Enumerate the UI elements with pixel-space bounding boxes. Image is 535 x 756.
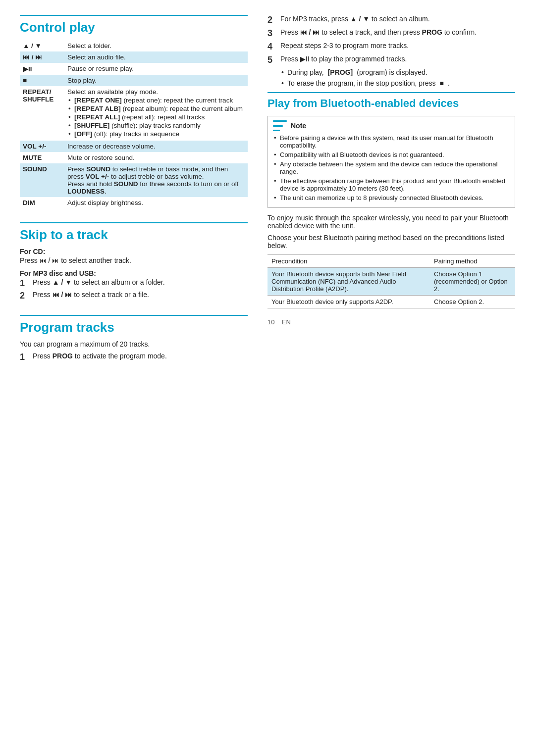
bt-col-precondition: Precondition xyxy=(268,255,430,268)
program-right-step: 5Press ▶II to play the programmed tracks… xyxy=(268,55,515,65)
control-key: SOUND xyxy=(20,163,64,197)
note-box: Note Before pairing a device with this s… xyxy=(268,116,515,208)
control-desc: Press SOUND to select treble or bass mod… xyxy=(64,163,248,197)
skip-step: 1Press ▲ / ▼ to select an album or a fol… xyxy=(20,278,248,289)
program-sub-notes: During play, [PROG] (program) is display… xyxy=(280,68,515,87)
program-right-step: 2For MP3 tracks, press ▲ / ▼ to select a… xyxy=(268,15,515,25)
control-key: MUTE xyxy=(20,152,64,163)
skip-mp3-steps: 1Press ▲ / ▼ to select an album or a fol… xyxy=(20,278,248,301)
bluetooth-table: Precondition Pairing method Your Bluetoo… xyxy=(268,254,515,308)
page-footer: 10 EN xyxy=(268,318,515,326)
note-bullet: The effective operation range between th… xyxy=(273,177,510,192)
control-desc: Pause or resume play. xyxy=(64,63,248,75)
control-desc: Select an available play mode.[REPEAT ON… xyxy=(64,86,248,141)
note-header: Note xyxy=(273,120,510,131)
bt-table-row: Your Bluetooth device supports both Near… xyxy=(268,268,515,296)
page-lang: EN xyxy=(282,318,291,326)
page-layout: Control play ▲ / ▼Select a folder.⏮ / ⏭S… xyxy=(20,15,515,364)
control-desc: Stop play. xyxy=(64,75,248,86)
for-cd-text: Press ⏮ / ⏭ to select another track. xyxy=(20,256,248,264)
control-key: REPEAT/ SHUFFLE xyxy=(20,86,64,141)
control-desc: Select an audio file. xyxy=(64,51,248,63)
control-key: DIM xyxy=(20,197,64,208)
program-sub-notes-wrapper: During play, [PROG] (program) is display… xyxy=(268,68,515,87)
bt-table-header-row: Precondition Pairing method xyxy=(268,255,515,268)
program-right-step: 4Repeat steps 2-3 to program more tracks… xyxy=(268,42,515,52)
bt-table-row: Your Bluetooth device only supports A2DP… xyxy=(268,296,515,308)
right-column: 2For MP3 tracks, press ▲ / ▼ to select a… xyxy=(268,15,515,364)
bt-method: Choose Option 1 (recommended) or Option … xyxy=(430,268,515,296)
control-key: ■ xyxy=(20,75,64,86)
program-step-text: Press PROG to activate the program mode. xyxy=(33,352,167,360)
bt-col-method: Pairing method xyxy=(430,255,515,268)
bt-precondition: Your Bluetooth device supports both Near… xyxy=(268,268,430,296)
skip-step-text: Press ⏮ / ⏭ to select a track or a file. xyxy=(33,291,149,299)
skip-to-track-title: Skip to a track xyxy=(20,222,248,243)
bt-method: Choose Option 2. xyxy=(430,296,515,308)
skip-step-text: Press ▲ / ▼ to select an album or a fold… xyxy=(33,278,165,286)
note-icon-line3 xyxy=(273,130,280,131)
program-sub-note: To erase the program, in the stop positi… xyxy=(280,79,515,87)
note-icon-line1 xyxy=(273,120,287,122)
skip-to-track-section: Skip to a track For CD: Press ⏮ / ⏭ to s… xyxy=(20,222,248,301)
skip-step: 2Press ⏮ / ⏭ to select a track or a file… xyxy=(20,291,248,301)
page-number: 10 xyxy=(268,318,274,326)
for-cd-label: For CD: xyxy=(20,248,248,255)
control-desc: Increase or decrease volume. xyxy=(64,141,248,152)
bt-intro2: Choose your best Bluetooth pairing metho… xyxy=(268,234,515,250)
note-bullet: The unit can memorize up to 8 previously… xyxy=(273,194,510,202)
program-right-steps: 2For MP3 tracks, press ▲ / ▼ to select a… xyxy=(268,15,515,87)
note-bullet: Compatibility with all Bluetooth devices… xyxy=(273,151,510,158)
note-bullet: Any obstacle between the system and the … xyxy=(273,160,510,175)
note-bullet: Before pairing a device with this system… xyxy=(273,134,510,149)
note-label: Note xyxy=(291,122,306,130)
program-right-step-text: Repeat steps 2-3 to program more tracks. xyxy=(280,42,409,50)
control-key: ▲ / ▼ xyxy=(20,40,64,51)
control-key: VOL +/- xyxy=(20,141,64,152)
control-play-table: ▲ / ▼Select a folder.⏮ / ⏭Select an audi… xyxy=(20,40,248,208)
left-column: Control play ▲ / ▼Select a folder.⏮ / ⏭S… xyxy=(20,15,248,364)
control-desc: Mute or restore sound. xyxy=(64,152,248,163)
program-right-step: 3Press ⏮ / ⏭ to select a track, and then… xyxy=(268,28,515,39)
program-step: 1Press PROG to activate the program mode… xyxy=(20,352,248,362)
bluetooth-title: Play from Bluetooth-enabled devices xyxy=(268,92,515,110)
program-right-step-text: Press ▶II to play the programmed tracks. xyxy=(280,55,407,63)
control-desc: Adjust display brightness. xyxy=(64,197,248,208)
program-tracks-section: Program tracks You can program a maximum… xyxy=(20,315,248,362)
control-key: ▶II xyxy=(20,63,64,75)
bt-precondition: Your Bluetooth device only supports A2DP… xyxy=(268,296,430,308)
program-left-steps: 1Press PROG to activate the program mode… xyxy=(20,352,248,362)
program-right-step-text: Press ⏮ / ⏭ to select a track, and then … xyxy=(280,28,477,36)
bt-intro1: To enjoy music through the speaker wirel… xyxy=(268,214,515,230)
control-desc: Select a folder. xyxy=(64,40,248,51)
bt-table-body: Your Bluetooth device supports both Near… xyxy=(268,268,515,308)
program-sub-note: During play, [PROG] (program) is display… xyxy=(280,68,515,76)
program-tracks-title: Program tracks xyxy=(20,315,248,335)
program-right-step-text: For MP3 tracks, press ▲ / ▼ to select an… xyxy=(280,15,430,23)
note-icon xyxy=(273,120,287,131)
for-mp3-label: For MP3 disc and USB: xyxy=(20,269,248,277)
note-bullets: Before pairing a device with this system… xyxy=(273,134,510,202)
note-icon-line2 xyxy=(273,125,283,127)
control-key: ⏮ / ⏭ xyxy=(20,51,64,63)
control-play-title: Control play xyxy=(20,15,248,35)
program-tracks-intro: You can program a maximum of 20 tracks. xyxy=(20,340,248,348)
